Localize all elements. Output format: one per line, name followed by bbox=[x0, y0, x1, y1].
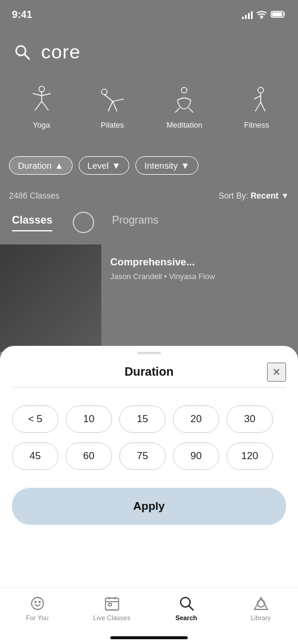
svg-line-13 bbox=[113, 99, 124, 101]
sort-by-label: Sort By: bbox=[219, 191, 249, 200]
svg-point-0 bbox=[261, 17, 262, 18]
svg-line-21 bbox=[254, 96, 261, 100]
duration-row-1: < 5 10 15 20 30 bbox=[12, 405, 286, 433]
search-bar: core bbox=[9, 39, 289, 65]
svg-point-5 bbox=[39, 86, 44, 92]
status-time: 9:41 bbox=[12, 9, 32, 21]
home-indicator bbox=[110, 636, 188, 639]
nav-search-label: Search bbox=[175, 614, 197, 621]
duration-options: < 5 10 15 20 30 45 60 75 90 120 bbox=[0, 388, 298, 470]
svg-rect-31 bbox=[108, 603, 111, 606]
svg-line-12 bbox=[104, 95, 113, 101]
duration-chip-45[interactable]: 45 bbox=[12, 442, 58, 470]
sort-by-value: Recent bbox=[250, 191, 278, 200]
nav-live-classes-label: Live Classes bbox=[93, 614, 130, 621]
nav-library-label: Library bbox=[251, 614, 271, 621]
status-icons bbox=[242, 10, 286, 20]
class-card[interactable]: Comprehensive... Jason Crandell • Vinyas… bbox=[0, 244, 298, 352]
tabs-row: Classes Programs bbox=[0, 212, 298, 233]
duration-chip-10[interactable]: 10 bbox=[66, 405, 112, 433]
category-pilates[interactable]: Pilates bbox=[96, 83, 129, 129]
svg-point-26 bbox=[39, 602, 40, 603]
duration-chip-20[interactable]: 20 bbox=[173, 405, 219, 433]
category-meditation-label: Meditation bbox=[167, 120, 203, 129]
status-bar: 9:41 bbox=[0, 0, 298, 30]
search-icon bbox=[9, 39, 35, 65]
nav-search[interactable]: Search bbox=[149, 595, 224, 621]
apply-button[interactable]: Apply bbox=[12, 488, 286, 525]
svg-point-16 bbox=[182, 88, 187, 93]
duration-row-2: 45 60 75 90 120 bbox=[12, 442, 286, 470]
yoga-icon bbox=[25, 83, 58, 117]
nav-for-you-label: For You bbox=[26, 614, 49, 621]
duration-chip-30[interactable]: 30 bbox=[226, 405, 273, 433]
duration-chip-15[interactable]: 15 bbox=[119, 405, 166, 433]
category-yoga[interactable]: Yoga bbox=[25, 83, 58, 129]
search-nav-icon bbox=[178, 595, 195, 612]
nav-library[interactable]: Library bbox=[224, 595, 298, 621]
tab-classes[interactable]: Classes bbox=[12, 214, 52, 231]
meditation-icon bbox=[167, 83, 201, 117]
svg-line-4 bbox=[24, 54, 29, 59]
filter-duration[interactable]: Duration ▲ bbox=[9, 156, 73, 175]
svg-line-8 bbox=[42, 94, 51, 96]
sheet-title: Duration bbox=[125, 365, 173, 379]
card-subtitle: Jason Crandell • Vinyasa Flow bbox=[110, 272, 215, 281]
bottom-nav: For You Live Classes Search Library bbox=[0, 587, 298, 644]
svg-line-22 bbox=[256, 103, 261, 112]
tab-programs[interactable]: Programs bbox=[112, 214, 159, 231]
svg-rect-27 bbox=[105, 598, 119, 610]
search-query: core bbox=[41, 41, 80, 63]
svg-point-11 bbox=[101, 89, 107, 94]
pilates-icon bbox=[96, 83, 129, 117]
duration-chip-90[interactable]: 90 bbox=[173, 442, 219, 470]
svg-line-33 bbox=[189, 606, 193, 610]
category-fitness[interactable]: Fitness bbox=[240, 83, 273, 129]
svg-line-17 bbox=[176, 108, 180, 112]
battery-icon bbox=[271, 10, 286, 20]
svg-line-14 bbox=[108, 101, 112, 112]
calendar-icon bbox=[104, 595, 120, 612]
svg-rect-2 bbox=[272, 12, 283, 16]
svg-line-18 bbox=[189, 108, 193, 112]
classes-meta-row: 2486 Classes Sort By: Recent ▼ bbox=[9, 191, 289, 200]
nav-live-classes[interactable]: Live Classes bbox=[74, 595, 149, 621]
wifi-icon bbox=[256, 10, 267, 20]
svg-marker-34 bbox=[254, 597, 268, 609]
card-title: Comprehensive... bbox=[110, 256, 215, 268]
filter-level[interactable]: Level ▼ bbox=[79, 156, 130, 175]
smile-icon bbox=[29, 595, 46, 612]
signal-icon bbox=[242, 11, 253, 19]
svg-point-19 bbox=[258, 88, 263, 93]
svg-point-35 bbox=[257, 600, 265, 607]
duration-chip-120[interactable]: 120 bbox=[226, 442, 273, 470]
svg-line-10 bbox=[42, 101, 48, 110]
sort-by[interactable]: Sort By: Recent ▼ bbox=[219, 191, 289, 200]
category-meditation[interactable]: Meditation bbox=[167, 83, 203, 129]
svg-point-24 bbox=[32, 597, 44, 609]
duration-chip-75[interactable]: 75 bbox=[119, 442, 166, 470]
sheet-header: Duration × bbox=[0, 354, 298, 379]
filter-intensity[interactable]: Intensity ▼ bbox=[135, 156, 198, 175]
card-thumbnail bbox=[0, 244, 101, 352]
library-icon bbox=[253, 595, 269, 612]
category-yoga-label: Yoga bbox=[33, 120, 50, 129]
tab-toggle bbox=[73, 212, 94, 233]
svg-line-15 bbox=[113, 101, 117, 112]
category-list: Yoga Pilates Meditation Fi bbox=[0, 78, 298, 135]
sheet-close-button[interactable]: × bbox=[267, 363, 286, 382]
svg-line-7 bbox=[33, 94, 42, 96]
duration-chip-60[interactable]: 60 bbox=[66, 442, 112, 470]
classes-count: 2486 Classes bbox=[9, 191, 60, 200]
svg-line-23 bbox=[261, 103, 265, 112]
duration-chip-lt5[interactable]: < 5 bbox=[12, 405, 58, 433]
svg-point-25 bbox=[35, 602, 36, 603]
fitness-icon bbox=[240, 83, 273, 117]
category-fitness-label: Fitness bbox=[244, 120, 269, 129]
nav-for-you[interactable]: For You bbox=[0, 595, 74, 621]
category-pilates-label: Pilates bbox=[101, 120, 124, 129]
svg-line-9 bbox=[35, 101, 41, 110]
card-info: Comprehensive... Jason Crandell • Vinyas… bbox=[101, 244, 224, 352]
filter-row: Duration ▲ Level ▼ Intensity ▼ bbox=[9, 156, 289, 175]
